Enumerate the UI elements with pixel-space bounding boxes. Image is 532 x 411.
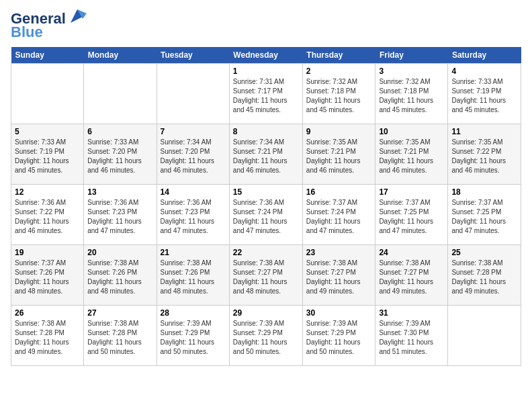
day-info: Sunrise: 7:38 AM Sunset: 7:27 PM Dayligh… xyxy=(379,259,444,296)
day-info: Sunrise: 7:37 AM Sunset: 7:26 PM Dayligh… xyxy=(15,259,80,296)
calendar-cell: 16Sunrise: 7:37 AM Sunset: 7:24 PM Dayli… xyxy=(302,185,375,245)
calendar-cell: 26Sunrise: 7:38 AM Sunset: 7:28 PM Dayli… xyxy=(11,306,84,366)
weekday-header-monday: Monday xyxy=(84,47,157,64)
calendar-cell: 23Sunrise: 7:38 AM Sunset: 7:27 PM Dayli… xyxy=(302,245,375,306)
calendar-cell: 3Sunrise: 7:32 AM Sunset: 7:18 PM Daylig… xyxy=(375,64,448,124)
day-number: 21 xyxy=(161,248,226,257)
calendar-cell: 18Sunrise: 7:37 AM Sunset: 7:25 PM Dayli… xyxy=(448,185,521,245)
day-number: 10 xyxy=(379,127,444,136)
day-info: Sunrise: 7:31 AM Sunset: 7:17 PM Dayligh… xyxy=(233,77,299,115)
calendar-cell: 2Sunrise: 7:32 AM Sunset: 7:18 PM Daylig… xyxy=(302,64,375,124)
weekday-header-tuesday: Tuesday xyxy=(157,47,229,64)
day-info: Sunrise: 7:33 AM Sunset: 7:20 PM Dayligh… xyxy=(87,138,152,175)
day-number: 7 xyxy=(161,127,226,136)
day-number: 28 xyxy=(161,308,226,318)
calendar-cell: 7Sunrise: 7:34 AM Sunset: 7:20 PM Daylig… xyxy=(157,124,229,185)
day-info: Sunrise: 7:32 AM Sunset: 7:18 PM Dayligh… xyxy=(379,77,444,115)
day-number: 4 xyxy=(451,66,517,76)
calendar-cell xyxy=(11,64,84,124)
logo-text-blue: Blue xyxy=(11,24,43,40)
day-info: Sunrise: 7:36 AM Sunset: 7:22 PM Dayligh… xyxy=(15,198,80,236)
day-number: 8 xyxy=(233,127,299,136)
calendar-cell: 4Sunrise: 7:33 AM Sunset: 7:19 PM Daylig… xyxy=(448,64,521,124)
day-number: 15 xyxy=(233,187,299,197)
calendar-cell xyxy=(84,64,157,124)
calendar-cell: 8Sunrise: 7:34 AM Sunset: 7:21 PM Daylig… xyxy=(229,124,302,185)
day-number: 22 xyxy=(233,248,299,257)
day-number: 26 xyxy=(15,308,80,318)
day-info: Sunrise: 7:38 AM Sunset: 7:28 PM Dayligh… xyxy=(87,319,152,357)
weekday-header-friday: Friday xyxy=(375,47,448,64)
calendar-week-row: 19Sunrise: 7:37 AM Sunset: 7:26 PM Dayli… xyxy=(11,245,521,306)
day-info: Sunrise: 7:37 AM Sunset: 7:25 PM Dayligh… xyxy=(451,198,517,236)
weekday-header-sunday: Sunday xyxy=(11,47,84,64)
calendar-cell: 9Sunrise: 7:35 AM Sunset: 7:21 PM Daylig… xyxy=(302,124,375,185)
day-info: Sunrise: 7:36 AM Sunset: 7:24 PM Dayligh… xyxy=(233,198,299,236)
calendar-cell: 31Sunrise: 7:39 AM Sunset: 7:30 PM Dayli… xyxy=(375,306,448,366)
weekday-header-thursday: Thursday xyxy=(302,47,375,64)
day-number: 2 xyxy=(306,66,372,76)
calendar-cell: 24Sunrise: 7:38 AM Sunset: 7:27 PM Dayli… xyxy=(375,245,448,306)
day-number: 12 xyxy=(15,187,80,197)
calendar-cell: 28Sunrise: 7:39 AM Sunset: 7:29 PM Dayli… xyxy=(157,306,229,366)
day-info: Sunrise: 7:38 AM Sunset: 7:28 PM Dayligh… xyxy=(15,319,80,357)
calendar-cell: 1Sunrise: 7:31 AM Sunset: 7:17 PM Daylig… xyxy=(229,64,302,124)
calendar-cell: 6Sunrise: 7:33 AM Sunset: 7:20 PM Daylig… xyxy=(84,124,157,185)
calendar-cell: 22Sunrise: 7:38 AM Sunset: 7:27 PM Dayli… xyxy=(229,245,302,306)
day-info: Sunrise: 7:36 AM Sunset: 7:23 PM Dayligh… xyxy=(161,198,226,236)
day-number: 17 xyxy=(379,187,444,197)
day-info: Sunrise: 7:39 AM Sunset: 7:29 PM Dayligh… xyxy=(233,319,299,357)
day-info: Sunrise: 7:38 AM Sunset: 7:27 PM Dayligh… xyxy=(233,259,299,296)
day-info: Sunrise: 7:36 AM Sunset: 7:23 PM Dayligh… xyxy=(87,198,152,236)
day-info: Sunrise: 7:34 AM Sunset: 7:21 PM Dayligh… xyxy=(233,138,299,175)
day-info: Sunrise: 7:39 AM Sunset: 7:29 PM Dayligh… xyxy=(161,319,226,357)
day-number: 25 xyxy=(451,248,517,257)
day-number: 19 xyxy=(15,248,80,257)
calendar-cell: 27Sunrise: 7:38 AM Sunset: 7:28 PM Dayli… xyxy=(84,306,157,366)
calendar-cell: 5Sunrise: 7:33 AM Sunset: 7:19 PM Daylig… xyxy=(11,124,84,185)
day-number: 18 xyxy=(451,187,517,197)
day-info: Sunrise: 7:38 AM Sunset: 7:26 PM Dayligh… xyxy=(87,259,152,296)
calendar-table: SundayMondayTuesdayWednesdayThursdayFrid… xyxy=(11,47,521,366)
day-info: Sunrise: 7:38 AM Sunset: 7:26 PM Dayligh… xyxy=(161,259,226,296)
calendar-cell: 11Sunrise: 7:35 AM Sunset: 7:22 PM Dayli… xyxy=(448,124,521,185)
day-number: 29 xyxy=(233,308,299,318)
day-info: Sunrise: 7:39 AM Sunset: 7:29 PM Dayligh… xyxy=(306,319,372,357)
day-number: 24 xyxy=(379,248,444,257)
day-number: 31 xyxy=(379,308,444,318)
day-number: 6 xyxy=(87,127,152,136)
calendar-week-row: 26Sunrise: 7:38 AM Sunset: 7:28 PM Dayli… xyxy=(11,306,521,366)
day-number: 27 xyxy=(87,308,152,318)
day-info: Sunrise: 7:38 AM Sunset: 7:28 PM Dayligh… xyxy=(451,259,517,296)
logo: General Blue xyxy=(11,11,87,40)
day-info: Sunrise: 7:32 AM Sunset: 7:18 PM Dayligh… xyxy=(306,77,372,115)
day-number: 5 xyxy=(15,127,80,136)
calendar-cell xyxy=(157,64,229,124)
day-info: Sunrise: 7:37 AM Sunset: 7:25 PM Dayligh… xyxy=(379,198,444,236)
calendar-cell: 19Sunrise: 7:37 AM Sunset: 7:26 PM Dayli… xyxy=(11,245,84,306)
day-number: 14 xyxy=(161,187,226,197)
calendar-cell xyxy=(448,306,521,366)
day-info: Sunrise: 7:33 AM Sunset: 7:19 PM Dayligh… xyxy=(15,138,80,175)
calendar-cell: 15Sunrise: 7:36 AM Sunset: 7:24 PM Dayli… xyxy=(229,185,302,245)
calendar-cell: 10Sunrise: 7:35 AM Sunset: 7:21 PM Dayli… xyxy=(375,124,448,185)
page-header: General Blue xyxy=(11,11,521,40)
day-info: Sunrise: 7:34 AM Sunset: 7:20 PM Dayligh… xyxy=(161,138,226,175)
day-info: Sunrise: 7:35 AM Sunset: 7:22 PM Dayligh… xyxy=(451,138,517,175)
weekday-header-saturday: Saturday xyxy=(448,47,521,64)
weekday-header-wednesday: Wednesday xyxy=(229,47,302,64)
calendar-cell: 13Sunrise: 7:36 AM Sunset: 7:23 PM Dayli… xyxy=(84,185,157,245)
day-info: Sunrise: 7:37 AM Sunset: 7:24 PM Dayligh… xyxy=(306,198,372,236)
day-number: 9 xyxy=(306,127,372,136)
day-number: 30 xyxy=(306,308,372,318)
weekday-header-row: SundayMondayTuesdayWednesdayThursdayFrid… xyxy=(11,47,521,64)
calendar-week-row: 12Sunrise: 7:36 AM Sunset: 7:22 PM Dayli… xyxy=(11,185,521,245)
calendar-cell: 12Sunrise: 7:36 AM Sunset: 7:22 PM Dayli… xyxy=(11,185,84,245)
calendar-cell: 17Sunrise: 7:37 AM Sunset: 7:25 PM Dayli… xyxy=(375,185,448,245)
day-info: Sunrise: 7:35 AM Sunset: 7:21 PM Dayligh… xyxy=(379,138,444,175)
logo-icon xyxy=(68,7,87,26)
day-number: 1 xyxy=(233,66,299,76)
calendar-week-row: 5Sunrise: 7:33 AM Sunset: 7:19 PM Daylig… xyxy=(11,124,521,185)
calendar-cell: 14Sunrise: 7:36 AM Sunset: 7:23 PM Dayli… xyxy=(157,185,229,245)
calendar-week-row: 1Sunrise: 7:31 AM Sunset: 7:17 PM Daylig… xyxy=(11,64,521,124)
